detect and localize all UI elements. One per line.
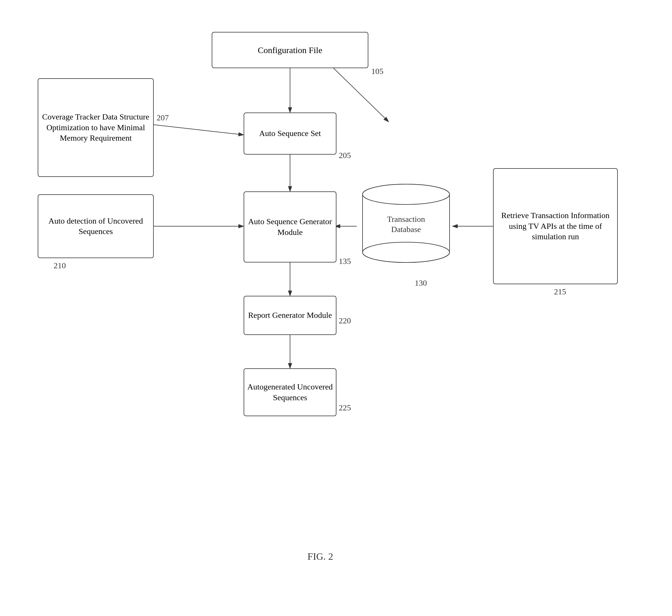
auto-sequence-set-label: Auto Sequence Set	[259, 128, 321, 139]
coverage-tracker-label: Coverage Tracker Data Structure Optimiza…	[41, 112, 150, 143]
config-file-id: 105	[371, 67, 383, 76]
svg-point-18	[363, 184, 450, 204]
report-generator-box: Report Generator Module	[244, 296, 336, 335]
svg-line-3	[334, 68, 389, 122]
retrieve-transaction-label: Retrieve Transaction Information using T…	[497, 210, 614, 242]
config-file-box: Configuration File	[212, 32, 368, 68]
autogenerated-sequences-id: 225	[339, 403, 351, 412]
svg-point-17	[363, 242, 450, 262]
svg-text:Transaction: Transaction	[387, 215, 425, 224]
auto-detection-id: 210	[54, 261, 66, 270]
retrieve-transaction-id: 215	[554, 287, 566, 296]
auto-sequence-set-id: 205	[339, 151, 351, 160]
autogenerated-sequences-box: Autogenerated Uncovered Sequences	[244, 368, 336, 416]
transaction-database-id: 130	[415, 278, 427, 288]
svg-text:Database: Database	[391, 225, 421, 234]
auto-sequence-generator-box: Auto Sequence Generator Module	[244, 191, 336, 262]
autogenerated-sequences-label: Autogenerated Uncovered Sequences	[247, 382, 333, 403]
coverage-tracker-id: 207	[157, 113, 169, 122]
auto-detection-label: Auto detection of Uncovered Sequences	[41, 216, 150, 237]
auto-sequence-set-box: Auto Sequence Set	[244, 113, 336, 155]
transaction-database-svg: Transaction Database	[357, 180, 455, 276]
config-file-label: Configuration File	[258, 44, 322, 56]
coverage-tracker-box: Coverage Tracker Data Structure Optimiza…	[38, 78, 154, 177]
auto-detection-box: Auto detection of Uncovered Sequences	[38, 194, 154, 258]
auto-sequence-generator-label: Auto Sequence Generator Module	[247, 216, 333, 238]
diagram-container: Configuration File 105 Coverage Tracker …	[0, 0, 672, 616]
retrieve-transaction-box: Retrieve Transaction Information using T…	[493, 168, 618, 284]
fig-label: FIG. 2	[307, 551, 333, 562]
transaction-database-container: Transaction Database	[357, 180, 455, 277]
report-generator-label: Report Generator Module	[248, 310, 332, 320]
svg-line-5	[154, 125, 244, 135]
report-generator-id: 220	[339, 316, 351, 325]
auto-sequence-generator-id: 135	[339, 257, 351, 266]
